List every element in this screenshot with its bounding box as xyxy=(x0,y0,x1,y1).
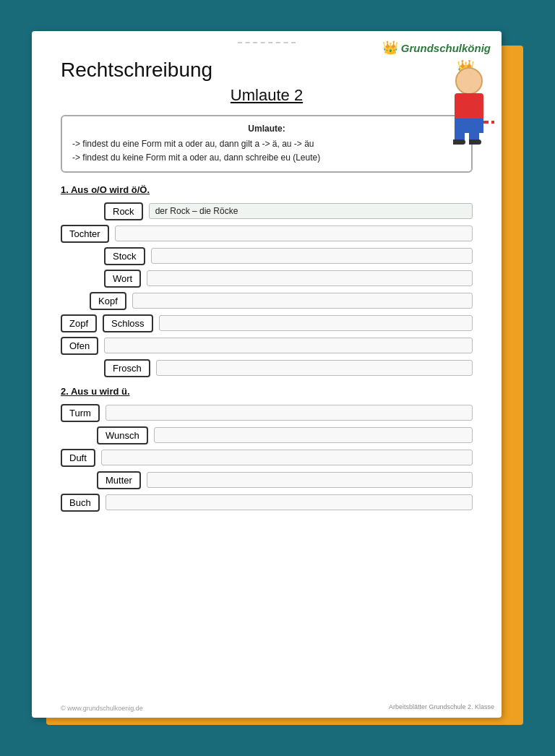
word-tochter: Tochter xyxy=(61,225,109,243)
stitch-decoration xyxy=(238,42,296,43)
row-tochter: Tochter xyxy=(61,225,473,243)
section1: 1. Aus o/O wird ö/Ö. Rock der Rock – die… xyxy=(61,184,473,377)
word-duft: Duft xyxy=(61,449,95,467)
mascot-shoe-left xyxy=(453,139,465,145)
row-wunsch: Wunsch xyxy=(97,426,473,444)
footer-text: © www.grundschulkoenig.de xyxy=(61,705,143,712)
mascot: 👑 xyxy=(444,67,494,139)
answer-duft[interactable] xyxy=(101,450,473,465)
brand-logo: 👑 Grundschulkönig xyxy=(382,40,491,56)
word-kopf: Kopf xyxy=(90,292,126,310)
row-rock: Rock der Rock – die Röcke xyxy=(104,202,473,220)
mascot-shoe-right xyxy=(469,139,481,145)
page-title: Rechtschreibung xyxy=(61,59,473,82)
row-zopf-schloss: Zopf Schloss xyxy=(61,314,473,332)
mascot-head xyxy=(455,67,483,95)
word-frosch: Frosch xyxy=(104,359,150,377)
answer-rock[interactable]: der Rock – die Röcke xyxy=(149,203,473,219)
answer-ofen[interactable] xyxy=(104,338,473,353)
answer-wunsch[interactable] xyxy=(154,427,473,443)
info-box: Umlaute: -> findest du eine Form mit a o… xyxy=(61,115,473,173)
mascot-body: 👑 xyxy=(444,67,494,139)
section2-heading: 2. Aus u wird ü. xyxy=(61,386,473,397)
word-buch: Buch xyxy=(61,494,100,512)
word-schloss: Schloss xyxy=(103,314,153,332)
row-frosch: Frosch xyxy=(104,359,473,377)
word-zopf: Zopf xyxy=(61,314,97,332)
info-box-line2: -> findest du keine Form mit a oder au, … xyxy=(72,151,461,165)
row-wort: Wort xyxy=(104,270,473,288)
answer-kopf[interactable] xyxy=(132,293,473,309)
row-kopf: Kopf xyxy=(90,292,473,310)
row-buch: Buch xyxy=(61,494,473,512)
answer-stock[interactable] xyxy=(151,248,473,264)
mascot-shoes xyxy=(453,139,481,145)
word-mutter: Mutter xyxy=(97,471,141,489)
brand-name: Grundschulkönig xyxy=(401,42,491,54)
row-duft: Duft xyxy=(61,449,473,467)
section2: 2. Aus u wird ü. Turm Wunsch Duft Mutter xyxy=(61,386,473,512)
word-rock: Rock xyxy=(104,202,143,220)
answer-frosch[interactable] xyxy=(156,360,473,376)
word-ofen: Ofen xyxy=(61,337,98,355)
row-stock: Stock xyxy=(104,247,473,265)
mascot-torso xyxy=(455,93,483,119)
word-turm: Turm xyxy=(61,404,100,422)
answer-tochter[interactable] xyxy=(115,225,473,241)
answer-mutter[interactable] xyxy=(147,472,473,488)
word-wort: Wort xyxy=(104,270,141,288)
info-box-line1: -> findest du eine Form mit a oder au, d… xyxy=(72,137,461,151)
answer-turm[interactable] xyxy=(106,405,473,421)
section-subtitle: Umlaute 2 xyxy=(61,86,473,105)
watermark: Arbeitsblätter Grundschule 2. Klasse xyxy=(389,703,494,710)
info-box-title: Umlaute: xyxy=(72,122,461,136)
row-turm: Turm xyxy=(61,404,473,422)
section1-heading: 1. Aus o/O wird ö/Ö. xyxy=(61,184,473,195)
answer-wort[interactable] xyxy=(147,270,473,286)
crown-icon: 👑 xyxy=(382,40,398,56)
answer-zopf-schloss[interactable] xyxy=(159,315,473,331)
answer-buch[interactable] xyxy=(106,494,473,510)
word-wunsch: Wunsch xyxy=(97,426,148,444)
row-mutter: Mutter xyxy=(97,471,473,489)
word-stock: Stock xyxy=(104,247,145,265)
paper-sheet: 👑 Grundschulkönig 👑 xyxy=(32,31,502,718)
row-ofen: Ofen xyxy=(61,337,473,355)
outer-container: 👑 Grundschulkönig 👑 xyxy=(32,31,523,725)
